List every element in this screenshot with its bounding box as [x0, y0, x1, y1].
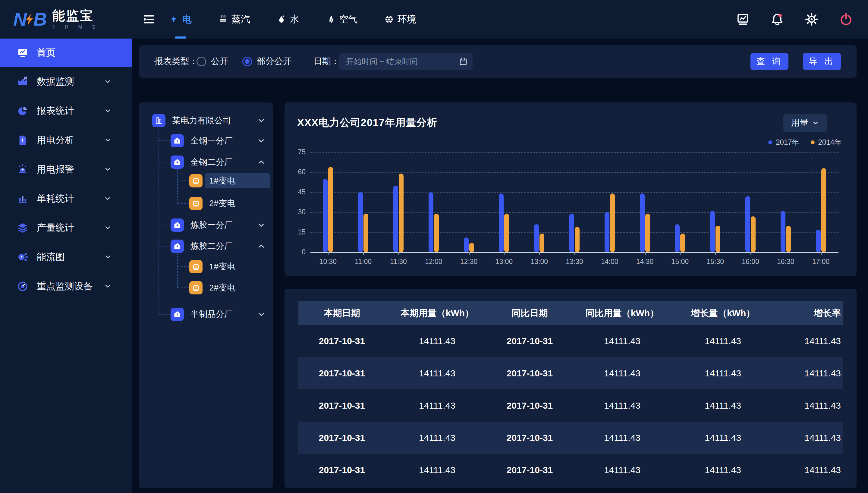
data-table: 本期日期本期用量（kWh）同比日期同比用量（kWh）增长量（kWh）增长率201…	[298, 301, 843, 486]
table-cell: 14111.43	[570, 336, 674, 346]
sidebar: 首页 数据监测 报表统计 用电分析 用电报警 单耗统计 产量统计 能流图	[0, 39, 132, 493]
brand-name: 能监宝	[52, 9, 100, 22]
sidebar-item-首页[interactable]: 首页	[0, 39, 132, 67]
bar-2017年	[393, 186, 398, 252]
globe-icon	[384, 15, 394, 24]
table-cell: 14111.43	[772, 465, 843, 475]
chevron-down-icon	[812, 119, 820, 127]
tree-node-炼胶一分厂[interactable]: 炼胶一分厂	[139, 217, 273, 234]
sidebar-item-单耗统计[interactable]: 单耗统计	[0, 184, 132, 213]
menu-collapse-icon[interactable]	[143, 13, 155, 26]
table-cell: 2017-10-31	[298, 401, 386, 411]
bar-2017年	[710, 211, 715, 252]
tree-node-label: 炼胶一分厂	[191, 219, 233, 231]
radio-circle-icon[interactable]	[196, 57, 206, 66]
tab-label: 空气	[339, 13, 358, 26]
sidebar-item-报表统计[interactable]: 报表统计	[0, 96, 132, 125]
tree-node-全钢一分厂[interactable]: 全钢一分厂	[139, 132, 273, 149]
sidebar-item-label: 报表统计	[37, 105, 74, 117]
sidebar-item-label: 数据监测	[37, 75, 74, 88]
tree-node-半制品分厂[interactable]: 半制品分厂	[139, 306, 273, 323]
building-icon	[152, 114, 166, 127]
table-cell: 2017-10-31	[489, 433, 570, 443]
bar-2017年	[358, 192, 363, 252]
chevron-down-icon[interactable]	[257, 136, 266, 145]
chevron-down-icon[interactable]	[257, 310, 266, 319]
query-button[interactable]: 查 询	[751, 53, 788, 70]
tree-node-2#变电[interactable]: 2#变电	[139, 279, 273, 296]
sidebar-item-label: 单耗统计	[37, 192, 74, 205]
bar-2014年	[575, 227, 580, 252]
menu-collapse-icon	[143, 13, 155, 26]
export-button[interactable]: 导 出	[803, 53, 841, 70]
monitor-chart-icon[interactable]	[736, 12, 750, 26]
chevron-up-icon[interactable]	[257, 157, 266, 167]
filter-panel: 报表类型： 公开 部分公开 日期： 开始时间 ~ 结束时间 查 询 导 出	[139, 45, 856, 78]
gridline	[310, 192, 839, 193]
tree-node-全钢二分厂[interactable]: 全钢二分厂	[139, 154, 273, 171]
tree-node-label: 炼胶二分厂	[191, 240, 233, 252]
date-range-input[interactable]: 开始时间 ~ 结束时间	[339, 53, 473, 70]
sidebar-item-用电报警[interactable]: 用电报警	[0, 155, 132, 184]
bar-2014年	[399, 174, 404, 252]
chevron-down-icon	[257, 220, 266, 230]
sidebar-item-label: 用电报警	[37, 163, 74, 176]
sidebar-item-产量统计[interactable]: 产量统计	[0, 213, 132, 242]
tab-label: 水	[290, 13, 299, 26]
tab-水[interactable]: 水	[277, 0, 299, 39]
sidebar-item-能流图[interactable]: 能流图	[0, 242, 132, 272]
tree-node-1#变电[interactable]: 1#变电	[139, 258, 273, 275]
chevron-up-icon[interactable]	[257, 242, 266, 251]
chevron-down-icon	[104, 282, 112, 290]
tab-蒸汽[interactable]: 蒸汽	[218, 0, 250, 39]
table-cell: 14111.43	[772, 433, 843, 443]
sidebar-item-label: 产量统计	[37, 221, 74, 234]
alarm-icon	[17, 164, 28, 175]
factory-icon	[171, 218, 184, 232]
transformer-icon	[189, 197, 202, 210]
x-axis-label: 14:30	[630, 258, 660, 266]
gear-icon[interactable]	[805, 12, 819, 26]
topbar-actions	[736, 12, 868, 26]
table-cell: 14111.43	[570, 465, 674, 475]
tab-电[interactable]: 电	[169, 0, 192, 39]
chevron-down-icon[interactable]	[257, 220, 266, 230]
x-axis-tick	[821, 252, 822, 255]
tab-环境[interactable]: 环境	[384, 0, 416, 39]
sidebar-item-重点监测设备[interactable]: 重点监测设备	[0, 272, 132, 301]
legend-2014年[interactable]: 2014年	[811, 137, 842, 147]
x-axis-tick	[398, 252, 399, 255]
tree-node-label: 1#变电	[209, 261, 235, 273]
radio-部分公开[interactable]: 部分公开	[242, 56, 292, 67]
bar-2014年	[469, 243, 474, 252]
table-row: 2017-10-3114111.432017-10-3114111.431411…	[298, 422, 843, 454]
y-axis-tick-label: 30	[290, 208, 306, 216]
chevron-down-icon	[104, 78, 112, 86]
sidebar-item-数据监测[interactable]: 数据监测	[0, 67, 132, 96]
radio-公开[interactable]: 公开	[196, 56, 229, 67]
data-monitor-icon	[17, 76, 28, 87]
sidebar-item-用电分析[interactable]: 用电分析	[0, 125, 132, 155]
chevron-down-icon	[104, 223, 112, 232]
bell-icon[interactable]	[771, 12, 784, 26]
y-axis-tick-label: 45	[290, 188, 306, 196]
date-placeholder: 开始时间 ~ 结束时间	[346, 56, 459, 67]
chevron-down-icon[interactable]	[257, 116, 266, 125]
table-cell: 14111.43	[772, 336, 843, 346]
tree-node-炼胶二分厂[interactable]: 炼胶二分厂	[139, 238, 273, 255]
tree-node-1#变电[interactable]: 1#变电	[139, 172, 273, 189]
unit-dropdown[interactable]: 用量	[783, 114, 827, 132]
bar-2017年	[429, 192, 433, 252]
radio-circle-icon[interactable]	[242, 57, 252, 66]
table-header-cell: 本期用量（kWh）	[386, 307, 489, 319]
gauge-icon	[17, 281, 28, 292]
chevron-down-icon	[104, 165, 112, 173]
tree-node-某电力有限公司[interactable]: 某电力有限公司	[139, 112, 273, 129]
table-cell: 2017-10-31	[489, 401, 570, 411]
legend-label: 2017年	[776, 137, 799, 147]
tab-空气[interactable]: 空气	[326, 0, 358, 39]
legend-2017年[interactable]: 2017年	[768, 137, 799, 147]
tree-node-2#变电[interactable]: 2#变电	[139, 195, 273, 212]
power-icon[interactable]	[839, 12, 853, 26]
bar-2017年	[675, 224, 680, 252]
